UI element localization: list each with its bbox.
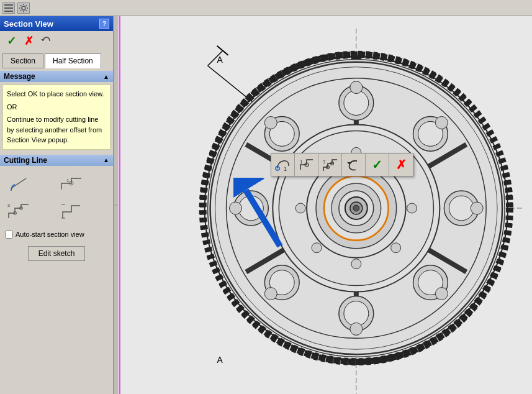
resize-handle[interactable]: ⋮ [114, 16, 119, 394]
cutting-line-collapse-icon[interactable]: ▲ [103, 157, 109, 163]
svg-point-72 [391, 243, 401, 253]
svg-point-67 [353, 205, 359, 211]
panel-toolbar: ✓ ✗ [0, 31, 113, 51]
message-line2: Continue to modify cutting line by selec… [7, 114, 106, 145]
svg-rect-2 [4, 11, 13, 12]
undo-icon [40, 35, 52, 47]
cutting-line-icons: 1 3 [0, 166, 113, 228]
gear-drawing: A A [119, 16, 532, 394]
message-label: Message [4, 72, 35, 81]
svg-point-52 [344, 91, 369, 116]
cutting-line-label: Cutting Line [4, 156, 47, 165]
svg-text:1: 1 [300, 159, 303, 165]
cutting-line-icon-3[interactable]: 3 [5, 198, 32, 223]
float-toolbar: 1 1 3 [271, 153, 413, 176]
message-section-header: Message ▲ [0, 71, 113, 82]
tab-section[interactable]: Section [2, 53, 43, 68]
float-btn-ok[interactable]: ✓ [366, 153, 389, 176]
svg-point-78 [435, 116, 448, 129]
message-collapse-icon[interactable]: ▲ [103, 73, 109, 80]
svg-point-75 [295, 203, 305, 213]
svg-point-3 [22, 6, 25, 10]
svg-point-81 [350, 323, 363, 335]
svg-text:3: 3 [7, 203, 10, 208]
cutting-line-icon-4[interactable] [58, 198, 85, 223]
checkmark-icon: ✓ [7, 34, 16, 48]
svg-point-54 [449, 196, 474, 221]
menu-icon[interactable] [2, 2, 15, 14]
svg-point-80 [435, 288, 448, 300]
edit-sketch-button[interactable]: Edit sketch [28, 246, 86, 261]
float-x-icon: ✗ [396, 157, 407, 172]
cutting-line-icon-1[interactable] [5, 171, 32, 196]
svg-point-73 [351, 259, 361, 269]
svg-rect-1 [4, 7, 13, 9]
auto-start-row: Auto-start section view [0, 228, 113, 241]
svg-text:1: 1 [66, 178, 70, 183]
svg-rect-0 [4, 4, 13, 6]
svg-text:A: A [217, 355, 223, 365]
svg-point-77 [350, 81, 363, 94]
message-box: Select OK to place section view. OR Cont… [2, 85, 110, 150]
cutting-line-icon-2[interactable]: 1 [58, 171, 85, 196]
float-btn-cancel[interactable]: ✗ [389, 153, 413, 176]
ok-button[interactable]: ✓ [4, 34, 19, 48]
section-line-vertical [119, 16, 120, 394]
auto-start-checkbox[interactable] [5, 231, 13, 239]
tab-row: Section Half Section [0, 51, 113, 68]
float-btn-step3[interactable]: 3 [318, 153, 342, 176]
svg-text:3: 3 [323, 160, 325, 164]
float-btn-undo[interactable] [342, 153, 366, 176]
undo-button[interactable] [38, 34, 53, 48]
xmark-icon: ✗ [24, 34, 34, 48]
cutting-line-header: Cutting Line ▲ [0, 155, 113, 166]
svg-point-84 [264, 116, 277, 129]
main-area: Section View ? ✓ ✗ Section Half Section … [0, 16, 532, 394]
tab-half-section[interactable]: Half Section [45, 53, 101, 68]
left-panel: Section View ? ✓ ✗ Section Half Section … [0, 16, 114, 394]
svg-point-74 [312, 243, 322, 253]
panel-title: Section View [4, 19, 53, 29]
svg-text:1: 1 [284, 166, 287, 172]
svg-marker-94 [347, 162, 352, 165]
svg-point-56 [344, 301, 369, 326]
message-line1: Select OK to place section view. [7, 89, 106, 99]
svg-point-71 [407, 203, 417, 213]
auto-start-label: Auto-start section view [16, 231, 84, 238]
svg-text:A: A [217, 55, 223, 65]
canvas-bg: A A 1 1 [119, 16, 532, 394]
float-btn-arc[interactable]: 1 [271, 153, 295, 176]
svg-marker-4 [41, 39, 45, 41]
svg-point-58 [238, 196, 263, 221]
float-btn-step1[interactable]: 1 [295, 153, 318, 176]
message-or: OR [7, 102, 106, 112]
top-bar [0, 0, 532, 16]
svg-point-82 [264, 288, 277, 300]
float-check-icon: ✓ [372, 157, 382, 172]
help-button[interactable]: ? [99, 19, 109, 29]
settings-icon[interactable] [17, 2, 30, 14]
canvas-area: A A 1 1 [119, 16, 532, 394]
panel-title-bar: Section View ? [0, 16, 113, 31]
svg-point-79 [471, 202, 483, 214]
cancel-button[interactable]: ✗ [21, 34, 36, 48]
svg-point-83 [230, 202, 242, 214]
